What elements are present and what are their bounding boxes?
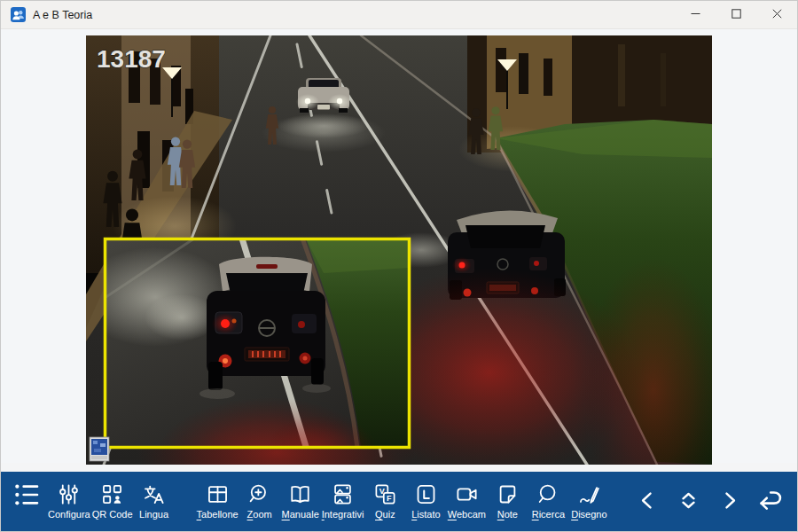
toolbar-item-integrativi[interactable]: Integrativi: [321, 474, 365, 529]
toolbar-item-manuale[interactable]: Manuale: [280, 474, 321, 529]
toolbar-item-label: Tabellone: [197, 508, 239, 520]
toolbar-nav-return[interactable]: [751, 480, 788, 524]
sliders-icon: [57, 482, 81, 506]
app-window: A e B Teoria: [0, 0, 798, 532]
maximize-icon: [732, 8, 741, 21]
toolbar-item-label: Configura: [48, 508, 90, 520]
return-icon: [755, 486, 785, 518]
toolbar-item-label: Disegno: [571, 508, 606, 520]
toolbar-item-note[interactable]: Note: [487, 474, 528, 529]
toolbar-item-label: Webcam: [448, 508, 486, 520]
book-icon: [288, 482, 312, 506]
minimize-icon: [691, 8, 700, 21]
toolbar-item-label: Ricerca: [532, 508, 565, 520]
toolbar-item-ricerca[interactable]: Ricerca: [528, 474, 568, 529]
highlight-box: [86, 239, 410, 465]
toolbar-item-disegno[interactable]: Disegno: [568, 474, 609, 529]
close-button[interactable]: [756, 1, 797, 28]
toolbar-item-zoom[interactable]: Zoom: [239, 474, 280, 529]
toolbar-nav-next[interactable]: [710, 480, 747, 524]
toolbar-item-tabellone[interactable]: Tabellone: [196, 474, 239, 529]
chevron-left-icon: [635, 488, 661, 516]
qr-code-icon: [100, 482, 124, 506]
minimize-button[interactable]: [675, 1, 716, 28]
image-thumbnail: [90, 437, 109, 461]
title-bar: A e B Teoria: [1, 1, 797, 29]
toolbar-item-lingua[interactable]: Lingua: [134, 474, 175, 529]
close-icon: [772, 8, 782, 21]
l-badge-icon: [414, 482, 438, 506]
app-icon: [11, 7, 26, 22]
zoom-in-icon: [247, 482, 271, 506]
toolbar-item-label: Manuale: [282, 508, 319, 520]
maximize-button[interactable]: [716, 1, 756, 28]
toolbar-item-label: Zoom: [247, 508, 272, 520]
webcam-icon: [455, 482, 479, 506]
images-icon: [331, 482, 355, 506]
toolbar-item-label: Listato: [411, 508, 440, 520]
search-icon: [536, 482, 560, 506]
toolbar-item-quiz[interactable]: VFQuiz: [364, 474, 405, 529]
toolbar-item-label: Integrativi: [322, 508, 364, 520]
content-area: 13187: [1, 29, 797, 463]
toolbar-nav-group: [629, 480, 788, 524]
translate-icon: [142, 482, 166, 506]
toolbar-item-label: Quiz: [375, 508, 395, 520]
bottom-toolbar: ConfiguraQR CodeLinguaTabelloneZoomManua…: [1, 472, 797, 531]
note-icon: [496, 482, 520, 506]
toolbar-item-label: Lingua: [139, 508, 168, 520]
question-image[interactable]: 13187: [86, 35, 712, 465]
toolbar-item-webcam[interactable]: Webcam: [446, 474, 487, 529]
svg-text:F: F: [387, 494, 392, 503]
grid-icon: [206, 482, 230, 506]
toolbar-item-label: QR Code: [92, 508, 133, 520]
toolbar-item-label: Note: [497, 508, 518, 520]
toolbar-item-menu-list[interactable]: [6, 474, 47, 529]
toolbar-item-listato[interactable]: Listato: [405, 474, 446, 529]
pen-icon: [577, 482, 601, 506]
toolbar-nav-prev[interactable]: [629, 480, 666, 524]
toolbar-main-group: ConfiguraQR CodeLinguaTabelloneZoomManua…: [6, 474, 609, 529]
toolbar-item-configura[interactable]: Configura: [47, 474, 91, 529]
vf-icon: VF: [373, 482, 397, 506]
toolbar-nav-expand[interactable]: [669, 480, 707, 524]
list-icon: [12, 481, 42, 509]
toolbar-item-qr-code[interactable]: QR Code: [91, 474, 134, 529]
window-controls: [675, 1, 797, 28]
window-title: A e B Teoria: [33, 9, 92, 21]
chevron-updown-icon: [676, 488, 701, 516]
chevron-right-icon: [716, 488, 742, 516]
question-number: 13187: [97, 45, 166, 73]
